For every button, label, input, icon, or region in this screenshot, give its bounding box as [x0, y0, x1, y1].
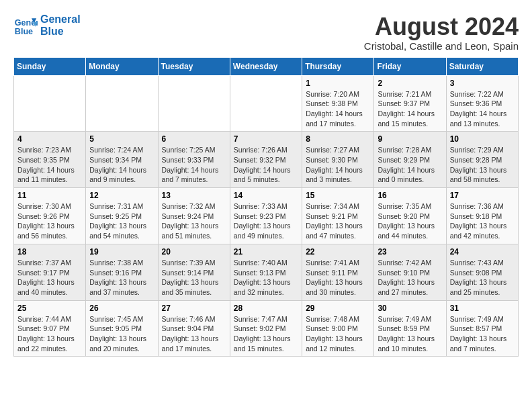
day-number: 23: [378, 247, 442, 257]
day-info: Sunrise: 7:41 AM Sunset: 9:11 PM Dayligh…: [306, 258, 370, 298]
calendar-cell: 11Sunrise: 7:30 AM Sunset: 9:26 PM Dayli…: [14, 188, 86, 244]
day-number: 14: [234, 191, 298, 200]
day-number: 19: [89, 247, 154, 257]
calendar-cell: 27Sunrise: 7:46 AM Sunset: 9:04 PM Dayli…: [158, 300, 230, 357]
calendar-cell: 25Sunrise: 7:44 AM Sunset: 9:07 PM Dayli…: [14, 300, 86, 357]
day-info: Sunrise: 7:46 AM Sunset: 9:04 PM Dayligh…: [162, 314, 226, 354]
calendar-week-row: 4Sunrise: 7:23 AM Sunset: 9:35 PM Daylig…: [14, 132, 519, 188]
day-number: 18: [17, 247, 82, 257]
calendar-cell: 9Sunrise: 7:28 AM Sunset: 9:29 PM Daylig…: [374, 132, 446, 188]
day-info: Sunrise: 7:35 AM Sunset: 9:20 PM Dayligh…: [378, 201, 442, 241]
calendar-cell: 19Sunrise: 7:38 AM Sunset: 9:16 PM Dayli…: [86, 244, 158, 300]
day-number: 31: [450, 304, 515, 313]
day-info: Sunrise: 7:32 AM Sunset: 9:24 PM Dayligh…: [162, 201, 226, 241]
calendar-cell: 14Sunrise: 7:33 AM Sunset: 9:23 PM Dayli…: [230, 188, 302, 244]
calendar-cell: 12Sunrise: 7:31 AM Sunset: 9:25 PM Dayli…: [86, 188, 158, 244]
weekday-header: Saturday: [446, 57, 518, 75]
day-info: Sunrise: 7:33 AM Sunset: 9:23 PM Dayligh…: [234, 201, 298, 241]
svg-text:Blue: Blue: [15, 27, 33, 36]
day-number: 21: [234, 247, 298, 257]
day-info: Sunrise: 7:27 AM Sunset: 9:30 PM Dayligh…: [306, 145, 370, 185]
day-info: Sunrise: 7:34 AM Sunset: 9:21 PM Dayligh…: [306, 201, 370, 241]
day-number: 17: [450, 191, 515, 200]
day-info: Sunrise: 7:38 AM Sunset: 9:16 PM Dayligh…: [89, 258, 154, 298]
day-number: 22: [306, 247, 370, 257]
day-number: 24: [450, 247, 515, 257]
day-info: Sunrise: 7:44 AM Sunset: 9:07 PM Dayligh…: [17, 314, 82, 354]
day-number: 29: [306, 304, 370, 313]
day-info: Sunrise: 7:22 AM Sunset: 9:36 PM Dayligh…: [450, 89, 515, 129]
day-info: Sunrise: 7:45 AM Sunset: 9:05 PM Dayligh…: [89, 314, 154, 354]
day-number: 1: [306, 79, 370, 88]
calendar-cell: 21Sunrise: 7:40 AM Sunset: 9:13 PM Dayli…: [230, 244, 302, 300]
calendar-cell: 10Sunrise: 7:29 AM Sunset: 9:28 PM Dayli…: [446, 132, 518, 188]
calendar-cell: 31Sunrise: 7:49 AM Sunset: 8:57 PM Dayli…: [446, 300, 518, 357]
day-info: Sunrise: 7:36 AM Sunset: 9:18 PM Dayligh…: [450, 201, 515, 241]
day-number: 28: [234, 304, 298, 313]
day-number: 9: [378, 134, 442, 144]
day-number: 3: [450, 79, 515, 88]
calendar-cell: 15Sunrise: 7:34 AM Sunset: 9:21 PM Dayli…: [302, 188, 374, 244]
calendar-cell: 24Sunrise: 7:43 AM Sunset: 9:08 PM Dayli…: [446, 244, 518, 300]
day-info: Sunrise: 7:29 AM Sunset: 9:28 PM Dayligh…: [450, 145, 515, 185]
day-info: Sunrise: 7:21 AM Sunset: 9:37 PM Dayligh…: [378, 89, 442, 129]
day-info: Sunrise: 7:20 AM Sunset: 9:38 PM Dayligh…: [306, 89, 370, 129]
calendar-table: SundayMondayTuesdayWednesdayThursdayFrid…: [13, 57, 519, 357]
calendar-cell: [86, 75, 158, 132]
weekday-header: Thursday: [302, 57, 374, 75]
day-info: Sunrise: 7:26 AM Sunset: 9:32 PM Dayligh…: [234, 145, 298, 185]
day-info: Sunrise: 7:24 AM Sunset: 9:34 PM Dayligh…: [89, 145, 154, 185]
calendar-cell: 18Sunrise: 7:37 AM Sunset: 9:17 PM Dayli…: [14, 244, 86, 300]
day-number: 27: [162, 304, 226, 313]
day-info: Sunrise: 7:42 AM Sunset: 9:10 PM Dayligh…: [378, 258, 442, 298]
weekday-header-row: SundayMondayTuesdayWednesdayThursdayFrid…: [14, 57, 519, 75]
logo-icon: General Blue: [13, 13, 38, 38]
day-number: 13: [162, 191, 226, 200]
calendar-cell: 20Sunrise: 7:39 AM Sunset: 9:14 PM Dayli…: [158, 244, 230, 300]
day-info: Sunrise: 7:25 AM Sunset: 9:33 PM Dayligh…: [162, 145, 226, 185]
day-number: 16: [378, 191, 442, 200]
day-info: Sunrise: 7:40 AM Sunset: 9:13 PM Dayligh…: [234, 258, 298, 298]
title-block: August 2024 Cristobal, Castille and Leon…: [364, 13, 519, 52]
calendar-cell: 17Sunrise: 7:36 AM Sunset: 9:18 PM Dayli…: [446, 188, 518, 244]
day-number: 11: [17, 191, 82, 200]
logo: General Blue General Blue: [13, 13, 81, 38]
weekday-header: Friday: [374, 57, 446, 75]
calendar-cell: 29Sunrise: 7:48 AM Sunset: 9:00 PM Dayli…: [302, 300, 374, 357]
day-number: 8: [306, 134, 370, 144]
day-number: 25: [17, 304, 82, 313]
day-info: Sunrise: 7:43 AM Sunset: 9:08 PM Dayligh…: [450, 258, 515, 298]
day-info: Sunrise: 7:28 AM Sunset: 9:29 PM Dayligh…: [378, 145, 442, 185]
calendar-week-row: 25Sunrise: 7:44 AM Sunset: 9:07 PM Dayli…: [14, 300, 519, 357]
calendar-cell: 5Sunrise: 7:24 AM Sunset: 9:34 PM Daylig…: [86, 132, 158, 188]
day-number: 20: [162, 247, 226, 257]
day-number: 26: [89, 304, 154, 313]
calendar-cell: 13Sunrise: 7:32 AM Sunset: 9:24 PM Dayli…: [158, 188, 230, 244]
calendar-cell: 4Sunrise: 7:23 AM Sunset: 9:35 PM Daylig…: [14, 132, 86, 188]
day-number: 4: [17, 134, 82, 144]
day-info: Sunrise: 7:30 AM Sunset: 9:26 PM Dayligh…: [17, 201, 82, 241]
location: Cristobal, Castille and Leon, Spain: [364, 40, 519, 52]
calendar-cell: 7Sunrise: 7:26 AM Sunset: 9:32 PM Daylig…: [230, 132, 302, 188]
day-number: 7: [234, 134, 298, 144]
calendar-cell: 2Sunrise: 7:21 AM Sunset: 9:37 PM Daylig…: [374, 75, 446, 132]
day-number: 30: [378, 304, 442, 313]
calendar-cell: 8Sunrise: 7:27 AM Sunset: 9:30 PM Daylig…: [302, 132, 374, 188]
calendar-week-row: 18Sunrise: 7:37 AM Sunset: 9:17 PM Dayli…: [14, 244, 519, 300]
day-info: Sunrise: 7:37 AM Sunset: 9:17 PM Dayligh…: [17, 258, 82, 298]
day-number: 2: [378, 79, 442, 88]
weekday-header: Wednesday: [230, 57, 302, 75]
weekday-header: Sunday: [14, 57, 86, 75]
calendar-week-row: 1Sunrise: 7:20 AM Sunset: 9:38 PM Daylig…: [14, 75, 519, 132]
day-info: Sunrise: 7:39 AM Sunset: 9:14 PM Dayligh…: [162, 258, 226, 298]
weekday-header: Monday: [86, 57, 158, 75]
calendar-cell: [158, 75, 230, 132]
calendar-cell: 30Sunrise: 7:49 AM Sunset: 8:59 PM Dayli…: [374, 300, 446, 357]
logo-line2: Blue: [40, 26, 81, 38]
page-header: General Blue General Blue August 2024 Cr…: [13, 13, 519, 52]
weekday-header: Tuesday: [158, 57, 230, 75]
logo-line1: General: [40, 13, 81, 26]
day-number: 10: [450, 134, 515, 144]
calendar-cell: 26Sunrise: 7:45 AM Sunset: 9:05 PM Dayli…: [86, 300, 158, 357]
calendar-cell: 1Sunrise: 7:20 AM Sunset: 9:38 PM Daylig…: [302, 75, 374, 132]
